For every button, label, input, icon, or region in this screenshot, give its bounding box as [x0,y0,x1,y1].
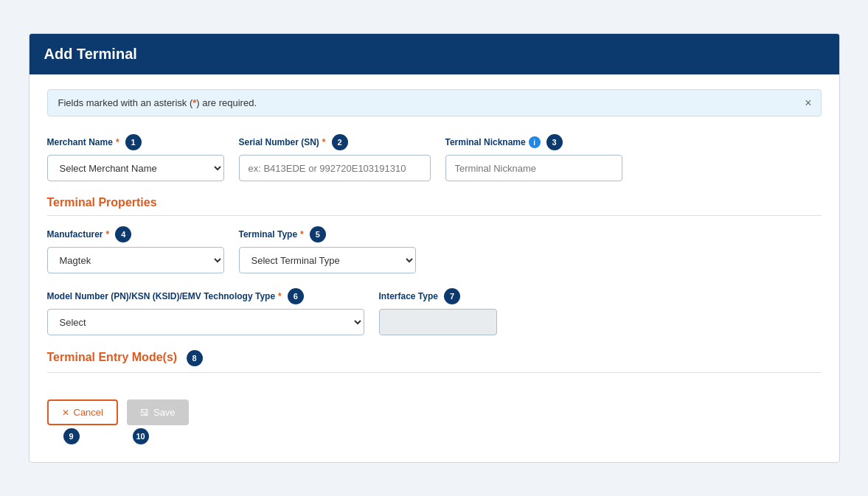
step-badge-10: 10 [133,428,149,444]
terminal-nickname-group: Terminal Nickname i 3 [445,134,622,181]
interface-type-input [379,309,497,335]
footer-buttons: ✕ Cancel 🖫 Save [47,391,822,425]
panel-title: Add Terminal [44,46,824,63]
step-badge-7: 7 [444,288,460,304]
info-banner-close[interactable]: × [805,97,811,110]
save-button[interactable]: 🖫 Save [127,399,189,425]
step-badge-9: 9 [63,428,80,444]
merchant-name-group: Merchant Name* 1 Select Merchant Name [47,134,224,181]
cancel-icon: ✕ [62,408,69,418]
step-badge-4: 4 [115,226,131,242]
merchant-name-label: Merchant Name* 1 [47,134,224,150]
step-badge-1: 1 [125,134,142,150]
cancel-button[interactable]: ✕ Cancel [47,399,118,425]
step-badge-6: 6 [288,288,304,304]
terminal-type-label: Terminal Type* 5 [239,226,416,242]
model-number-group: Model Number (PN)/KSN (KSID)/EMV Technol… [47,288,364,335]
interface-type-label: Interface Type 7 [379,288,497,304]
merchant-name-select[interactable]: Select Merchant Name [47,155,224,181]
add-terminal-panel: Add Terminal Fields marked with an aster… [29,33,840,463]
panel-body: Fields marked with an asterisk (*) are r… [29,74,839,462]
nickname-info-icon[interactable]: i [529,136,541,148]
serial-number-input[interactable] [239,155,431,181]
terminal-type-select[interactable]: Select Terminal Type [239,247,416,273]
terminal-type-group: Terminal Type* 5 Select Terminal Type [239,226,416,273]
step-badge-8: 8 [187,350,203,366]
terminal-nickname-label: Terminal Nickname i 3 [445,134,622,150]
form-row-3: Model Number (PN)/KSN (KSID)/EMV Technol… [47,288,822,335]
terminal-nickname-input[interactable] [445,155,622,181]
terminal-entry-title: Terminal Entry Mode(s) 8 [47,350,822,373]
manufacturer-select[interactable]: Magtek [47,247,224,273]
save-icon: 🖫 [140,408,149,418]
panel-header: Add Terminal [29,34,839,74]
step-badge-5: 5 [310,226,326,242]
serial-number-label: Serial Number (SN)* 2 [239,134,431,150]
model-number-select[interactable]: Select [47,309,364,335]
manufacturer-label: Manufacturer* 4 [47,226,224,242]
step-badge-3: 3 [546,134,563,150]
info-banner: Fields marked with an asterisk (*) are r… [47,89,822,116]
terminal-properties-section: Terminal Properties Manufacturer* 4 Magt… [47,196,822,335]
form-row-1: Merchant Name* 1 Select Merchant Name Se… [47,134,822,181]
info-banner-text: Fields marked with an asterisk (*) are r… [58,97,257,108]
asterisk-symbol: * [192,97,196,108]
interface-type-group: Interface Type 7 [379,288,497,335]
model-number-label: Model Number (PN)/KSN (KSID)/EMV Technol… [47,288,364,304]
terminal-entry-section: Terminal Entry Mode(s) 8 [47,350,822,373]
button-step-badges: 9 10 [47,428,822,444]
step-badge-2: 2 [332,134,348,150]
terminal-properties-title: Terminal Properties [47,196,822,216]
manufacturer-group: Manufacturer* 4 Magtek [47,226,224,273]
form-row-2: Manufacturer* 4 Magtek Terminal Type* 5 … [47,226,822,273]
serial-number-group: Serial Number (SN)* 2 [239,134,431,181]
